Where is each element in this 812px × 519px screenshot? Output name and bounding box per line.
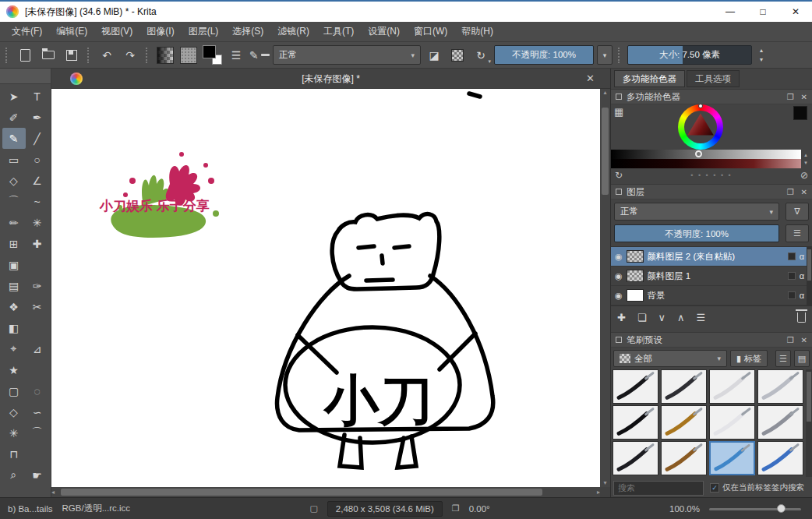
tool-text[interactable]: T [26, 86, 49, 107]
menu-select[interactable]: 选择(S) [225, 22, 270, 41]
toolbar-grip[interactable] [5, 48, 9, 63]
layer-visible-icon[interactable]: ◉ [615, 252, 623, 262]
tool-edit-shapes[interactable]: ✐ [2, 107, 26, 128]
brush-preset-5[interactable] [613, 405, 658, 440]
sync-color-icon[interactable]: ↻ [615, 170, 623, 181]
duplicate-layer-button[interactable]: ❏ [637, 312, 647, 323]
document-tab[interactable]: [未保存图像] * ✕ [51, 69, 610, 89]
scroll-down-icon[interactable]: ▾ [603, 479, 606, 487]
float-docker-icon[interactable]: ❐ [787, 336, 794, 344]
brush-editor-button[interactable]: ✎ [249, 45, 270, 65]
tool-measure[interactable]: ⊿ [26, 338, 49, 359]
move-layer-down-button[interactable]: ∨ [658, 312, 666, 323]
float-docker-icon[interactable]: ❐ [787, 188, 794, 196]
canvas[interactable]: 小刀娱乐 乐于分享 小刀 [51, 89, 600, 487]
layer-filter-button[interactable]: ∇ [786, 203, 809, 221]
canvas-only-icon[interactable]: ❐ [452, 503, 460, 514]
menu-settings[interactable]: 设置(N) [361, 22, 407, 41]
opacity-dropdown-button[interactable]: ▾ [597, 45, 613, 65]
vertical-scroll-track[interactable] [600, 97, 610, 479]
layer-alpha-icon[interactable]: α [800, 271, 804, 281]
zoom-slider-thumb[interactable] [777, 504, 786, 513]
opacity-slider[interactable]: 不透明度: 100% [494, 45, 594, 65]
menu-edit[interactable]: 编辑(E) [49, 22, 94, 41]
tool-bezier-select[interactable]: ⌒ [26, 422, 49, 443]
toolbar-grip[interactable] [87, 48, 91, 63]
eraser-mode-button[interactable]: ◪ [424, 45, 444, 65]
layer-list-scrollbar[interactable] [807, 246, 812, 306]
new-document-button[interactable] [15, 45, 35, 65]
tool-bezier-curve[interactable]: ⌒ [2, 191, 26, 212]
tool-fill[interactable]: ◧ [2, 317, 26, 338]
menu-tools[interactable]: 工具(T) [316, 22, 361, 41]
tool-crop[interactable]: ▣ [2, 254, 26, 275]
layer-alpha-icon[interactable]: α [800, 252, 804, 261]
tool-line[interactable]: ╱ [26, 128, 49, 149]
menu-layer[interactable]: 图层(L) [182, 22, 226, 41]
tool-transform[interactable]: ⊞ [2, 233, 26, 254]
image-size-label[interactable]: 2,480 x 3,508 (34.6 MiB) [327, 501, 443, 517]
tool-dynamic-brush[interactable]: ✏ [2, 212, 26, 233]
tab-advanced-color-selector[interactable]: 多功能拾色器 [614, 70, 685, 87]
fg-bg-color-button[interactable] [202, 44, 223, 65]
vertical-scroll-thumb[interactable] [602, 108, 609, 195]
tool-smart-patch[interactable]: ✂ [26, 296, 49, 317]
menu-view[interactable]: 视图(V) [94, 22, 139, 41]
tool-freehand-brush[interactable]: ✎ [2, 128, 26, 149]
close-docker-icon[interactable]: ✕ [801, 188, 807, 196]
layer-menu-button[interactable]: ☰ [786, 224, 809, 242]
reload-preset-button[interactable]: ↻▾ [471, 45, 491, 65]
brush-preset-3[interactable] [709, 369, 755, 404]
zoom-slider-track[interactable] [709, 508, 801, 510]
close-docker-icon[interactable]: ✕ [801, 336, 807, 344]
layer-lock-icon[interactable] [788, 252, 796, 260]
color-wheel[interactable] [678, 104, 723, 150]
color-profile-label[interactable]: RGB/透明...rc.icc [62, 503, 131, 514]
tool-magnetic-select[interactable]: ⊓ [2, 443, 26, 464]
spin-up-icon[interactable]: ▴ [760, 47, 763, 54]
toolbox-handle[interactable] [0, 69, 51, 84]
layer-row-3[interactable]: ◉背景α [611, 286, 812, 305]
brush-preset-4[interactable] [757, 369, 803, 404]
tool-pattern-edit[interactable]: ❖ [2, 296, 26, 317]
horizontal-scroll-thumb[interactable] [61, 489, 542, 496]
docker-drag-handle[interactable]: • • • • • • [623, 171, 800, 179]
tool-move[interactable]: ✚ [26, 233, 49, 254]
tool-rect-select[interactable]: ▢ [2, 380, 26, 401]
hue-gradient-strip[interactable] [611, 159, 801, 168]
brush-preset-6[interactable] [661, 405, 707, 440]
save-button[interactable] [62, 45, 82, 65]
transparent-color-icon[interactable]: ⊘ [800, 170, 808, 181]
detail-view-button[interactable]: ▤ [794, 350, 810, 367]
tool-rectangle[interactable]: ▭ [2, 149, 26, 170]
value-gradient-strip[interactable] [611, 150, 801, 159]
tool-reference-images[interactable]: ★ [2, 359, 26, 380]
tool-polygon[interactable]: ◇ [2, 170, 26, 191]
zoom-slider[interactable] [709, 503, 801, 514]
layer-row-1[interactable]: ◉颜料图层 2 (来自粘贴)α [611, 247, 812, 267]
search-input[interactable] [613, 481, 704, 496]
list-view-button[interactable]: ☰ [775, 350, 791, 367]
brush-preset-1[interactable] [613, 369, 658, 404]
float-docker-icon[interactable]: ❐ [787, 93, 794, 101]
canvas-vertical-scrollbar[interactable]: ▴ ▾ [600, 89, 610, 487]
menu-file[interactable]: 文件(F) [5, 22, 49, 41]
scroll-down-icon[interactable]: ▾ [804, 160, 807, 166]
tool-pan[interactable]: ☛ [26, 464, 49, 485]
strip-scroll-arrows[interactable]: ▴ ▾ [801, 150, 810, 168]
brush-grid-scrollbar[interactable] [806, 369, 812, 477]
brush-preset-12[interactable] [757, 441, 803, 475]
zoom-level-label[interactable]: 100.0% [669, 504, 700, 514]
size-spinner[interactable]: ▴ ▾ [755, 45, 768, 65]
tool-freehand-path[interactable]: ~ [26, 191, 49, 212]
add-layer-button[interactable]: ✚ [617, 312, 626, 323]
layers-docker-header[interactable]: 图层 ❐ ✕ [611, 184, 812, 199]
tool-assistants[interactable]: ⌖ [2, 338, 26, 359]
brush-preset-9[interactable] [613, 441, 658, 475]
tool-select-shapes[interactable]: ➤ [2, 86, 26, 107]
tool-similar-select[interactable]: ✳ [2, 422, 26, 443]
tool-multibrush[interactable]: ✳ [26, 212, 49, 233]
spin-down-icon[interactable]: ▾ [760, 56, 763, 63]
scroll-up-icon[interactable]: ▴ [603, 89, 606, 97]
pattern-chooser-button[interactable] [178, 45, 199, 65]
